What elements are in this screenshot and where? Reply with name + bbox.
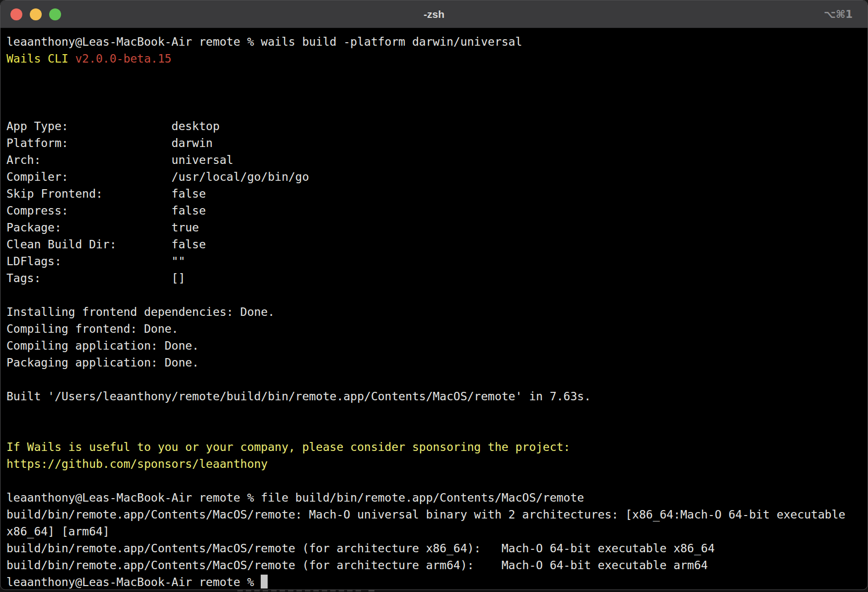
terminal-text-segment: Arch: universal [6,153,233,166]
terminal-text-segment: If Wails is useful to you or your compan… [6,441,570,453]
terminal-text-segment: Compiling application: Done. [6,339,199,352]
terminal-text-segment: leaanthony@Leas-MacBook-Air remote % [6,576,261,589]
window-shortcut-badge: ⌥⌘1 [824,0,853,28]
terminal-line: leaanthony@Leas-MacBook-Air remote % wai… [6,33,868,50]
terminal-text-segment: Compress: false [6,204,206,217]
terminal-line: Package: true [6,219,868,236]
terminal-text-segment: build/bin/remote.app/Contents/MacOS/remo… [6,542,715,555]
terminal-line [6,472,868,489]
terminal-line: Compiling frontend: Done. [6,320,868,337]
terminal-cursor [261,575,268,589]
terminal-text-segment: https://github.com/sponsors/leaanthony [6,457,268,470]
terminal-line: Clean Build Dir: false [6,236,868,253]
terminal-line: Arch: universal [6,151,868,168]
terminal-line: https://github.com/sponsors/leaanthony [6,455,868,472]
terminal-line [6,422,868,439]
terminal-line [6,371,868,388]
terminal-text-segment: Packaging application: Done. [6,356,199,369]
terminal-line: Installing frontend dependencies: Done. [6,303,868,320]
terminal-text-segment: v2.0.0-beta.15 [75,52,171,65]
terminal-line: App Type: desktop [6,118,868,135]
terminal-line: Compiling application: Done. [6,337,868,354]
terminal-text-segment: LDFlags: "" [6,255,185,268]
terminal-line: If Wails is useful to you or your compan… [6,439,868,455]
terminal-screen[interactable]: leaanthony@Leas-MacBook-Air remote % wai… [0,28,868,590]
terminal-line: Tags: [] [6,270,868,287]
terminal-text-segment: build/bin/remote.app/Contents/MacOS/remo… [6,559,708,572]
terminal-line: Wails CLI v2.0.0-beta.15 [6,50,868,67]
terminal-line: leaanthony@Leas-MacBook-Air remote % [6,574,868,590]
terminal-line [6,101,868,118]
terminal-line: LDFlags: "" [6,253,868,270]
terminal-line: Compiler: /usr/local/go/bin/go [6,168,868,185]
terminal-text-segment: Skip Frontend: false [6,187,206,200]
terminal-line: Compress: false [6,202,868,219]
terminal-text-segment: Installing frontend dependencies: Done. [6,305,275,318]
terminal-line: Skip Frontend: false [6,185,868,202]
terminal-line [6,287,868,303]
terminal-text-segment: Built '/Users/leaanthony/remote/build/bi… [6,390,591,403]
terminal-line: leaanthony@Leas-MacBook-Air remote % fil… [6,489,868,506]
terminal-text-segment: Platform: darwin [6,137,213,149]
terminal-text-segment: Clean Build Dir: false [6,238,206,251]
terminal-text-segment: build/bin/remote.app/Contents/MacOS/remo… [6,508,845,521]
terminal-text-segment: Tags: [] [6,272,185,285]
terminal-line [6,405,868,422]
terminal-line: build/bin/remote.app/Contents/MacOS/remo… [6,540,868,557]
terminal-line: Platform: darwin [6,135,868,151]
terminal-line [6,84,868,101]
terminal-line: build/bin/remote.app/Contents/MacOS/remo… [6,506,868,523]
terminal-window: -zsh ⌥⌘1 leaanthony@Leas-MacBook-Air rem… [0,0,868,590]
terminal-text-segment: leaanthony@Leas-MacBook-Air remote % fil… [6,491,584,504]
window-title: -zsh [0,0,868,28]
terminal-text-segment: x86_64] [arm64] [6,525,110,538]
terminal-text-segment: leaanthony@Leas-MacBook-Air remote % wai… [6,35,522,48]
terminal-text-segment: Compiler: /usr/local/go/bin/go [6,170,309,183]
terminal-line [6,67,868,84]
terminal-line: Packaging application: Done. [6,354,868,371]
desktop-background: -zsh ⌥⌘1 leaanthony@Leas-MacBook-Air rem… [0,0,868,592]
terminal-text-segment: App Type: desktop [6,120,219,133]
terminal-line: build/bin/remote.app/Contents/MacOS/remo… [6,557,868,574]
terminal-text-segment: Wails CLI [6,52,75,65]
terminal-text-segment: Compiling frontend: Done. [6,322,178,335]
terminal-line: x86_64] [arm64] [6,523,868,540]
window-titlebar[interactable]: -zsh ⌥⌘1 [0,0,868,28]
terminal-line: Built '/Users/leaanthony/remote/build/bi… [6,388,868,405]
terminal-text-segment: Package: true [6,221,199,234]
